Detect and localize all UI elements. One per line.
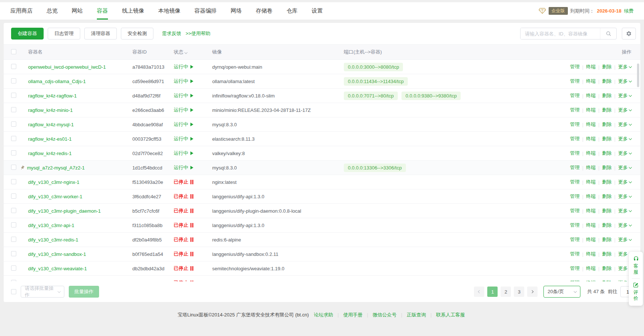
more-link[interactable]: 更多 [618,193,631,200]
container-name-link[interactable]: ragflow_kr4z-redis-1 [28,151,72,156]
container-name-link[interactable]: dify_v130_c3mr-sandbox-1 [28,251,86,257]
terminal-link[interactable]: 终端 [586,179,596,185]
container-name-link[interactable]: openwebui_iwcd-openwebui_iwcD-1 [28,64,106,70]
more-link[interactable]: 更多 [618,222,631,229]
help-link[interactable]: >>使用帮助 [186,30,210,37]
row-checkbox[interactable] [11,251,16,256]
nav-tab-应用商店[interactable]: 应用商店 [10,2,33,20]
more-link[interactable]: 更多 [618,208,631,214]
manage-link[interactable]: 管理 [570,121,580,128]
delete-link[interactable]: 删除 [602,222,612,229]
row-checkbox[interactable] [11,280,16,282]
delete-link[interactable]: 删除 [602,236,612,243]
support-button[interactable]: 客服 [633,256,639,275]
select-all-checkbox[interactable] [11,49,16,54]
manage-link[interactable]: 管理 [570,265,580,272]
row-checkbox[interactable] [11,179,16,184]
nav-tab-网站[interactable]: 网站 [72,2,83,20]
manage-link[interactable]: 管理 [570,107,580,113]
row-checkbox[interactable] [11,136,16,141]
row-checkbox[interactable] [11,64,16,69]
page-size-select[interactable]: 20条/页 [543,286,580,298]
manage-link[interactable]: 管理 [570,179,580,185]
page-button-3[interactable]: 3 [514,287,524,297]
table-scrollbar[interactable] [637,64,639,87]
row-checkbox[interactable] [11,237,16,242]
container-name-link[interactable]: dify_v130_c3mr-redis-1 [28,237,78,243]
header-status[interactable]: 状态 [174,49,212,55]
terminal-link[interactable]: 终端 [586,236,596,243]
terminal-link[interactable]: 终端 [586,78,596,85]
delete-link[interactable]: 删除 [602,64,612,70]
nav-tab-容器[interactable]: 容器 [97,2,108,20]
more-link[interactable]: 更多 [618,236,631,243]
more-link[interactable]: 更多 [618,179,631,185]
container-name-link[interactable]: ollama_cdjs-ollama_Cdjs-1 [28,79,86,84]
footer-link-1[interactable]: 使用手册 [343,312,362,318]
terminal-link[interactable]: 终端 [586,121,596,128]
security-check-button[interactable]: 安全检测 [121,28,153,40]
container-name-link[interactable]: ragflow_kr4z-ragflow-1 [28,93,77,99]
delete-link[interactable]: 删除 [602,107,612,113]
manage-link[interactable]: 管理 [570,92,580,99]
terminal-link[interactable]: 终端 [586,164,596,171]
feedback-link[interactable]: 需求反馈 [162,30,181,37]
row-checkbox[interactable] [11,150,16,155]
container-name-link[interactable]: ragflow_kr4z-es01-1 [28,136,72,142]
delete-link[interactable]: 删除 [602,179,612,185]
delete-link[interactable]: 删除 [602,150,612,157]
terminal-link[interactable]: 终端 [586,150,596,157]
search-icon[interactable] [600,28,616,39]
container-name-link[interactable]: ragflow_kr4z-mysql-1 [28,122,74,127]
delete-link[interactable]: 删除 [602,136,612,142]
container-name-link[interactable]: dify_v130_c3mr-plugin_daemon-1 [28,208,101,214]
row-checkbox[interactable] [11,193,16,199]
manage-link[interactable]: 管理 [570,280,580,281]
container-name-link[interactable]: ragflow_kr4z-minio-1 [28,107,73,113]
row-checkbox[interactable] [11,107,16,112]
footer-link-3[interactable]: 正版查询 [407,312,426,318]
delete-link[interactable]: 删除 [602,121,612,128]
delete-link[interactable]: 删除 [602,251,612,257]
terminal-link[interactable]: 终端 [586,265,596,272]
container-name-link[interactable]: dify_v130_c3mr-nginx-1 [28,179,79,185]
row-checkbox[interactable] [11,78,16,83]
nav-tab-总览[interactable]: 总览 [47,2,58,20]
terminal-link[interactable]: 终端 [586,251,596,257]
footer-link-0[interactable]: 论坛求助 [314,312,333,318]
manage-link[interactable]: 管理 [570,236,580,243]
row-checkbox[interactable] [11,165,16,170]
terminal-link[interactable]: 终端 [586,92,596,99]
row-checkbox[interactable] [11,222,16,227]
delete-link[interactable]: 删除 [602,265,612,272]
prev-page-button[interactable] [474,287,484,297]
delete-link[interactable]: 删除 [602,208,612,214]
next-page-button[interactable] [527,287,538,297]
manage-link[interactable]: 管理 [570,150,580,157]
manage-link[interactable]: 管理 [570,164,580,171]
more-link[interactable]: 更多 [618,107,631,113]
more-link[interactable]: 更多 [618,92,631,99]
terminal-link[interactable]: 终端 [586,64,596,70]
delete-link[interactable]: 删除 [602,164,612,171]
delete-link[interactable]: 删除 [602,280,612,281]
manage-link[interactable]: 管理 [570,64,580,70]
log-manage-button[interactable]: 日志管理 [48,28,80,40]
batch-action-select[interactable]: 请选择批量操作 [21,286,64,298]
more-link[interactable]: 更多 [618,64,631,70]
table-settings-button[interactable] [622,28,636,40]
footer-link-2[interactable]: 微信公众号 [373,312,397,318]
manage-link[interactable]: 管理 [570,136,580,142]
search-input[interactable] [521,28,600,39]
row-checkbox[interactable] [11,93,16,98]
delete-link[interactable]: 删除 [602,78,612,85]
page-button-2[interactable]: 2 [501,287,511,297]
container-name-link[interactable]: dify_v130_c3mr-web-1 [28,280,77,282]
delete-link[interactable]: 删除 [602,193,612,200]
batch-select-checkbox[interactable] [11,289,16,294]
more-link[interactable]: 更多 [618,121,631,128]
row-checkbox[interactable] [11,208,16,213]
nav-tab-设置[interactable]: 设置 [312,2,323,20]
terminal-link[interactable]: 终端 [586,107,596,113]
terminal-link[interactable]: 终端 [586,193,596,200]
